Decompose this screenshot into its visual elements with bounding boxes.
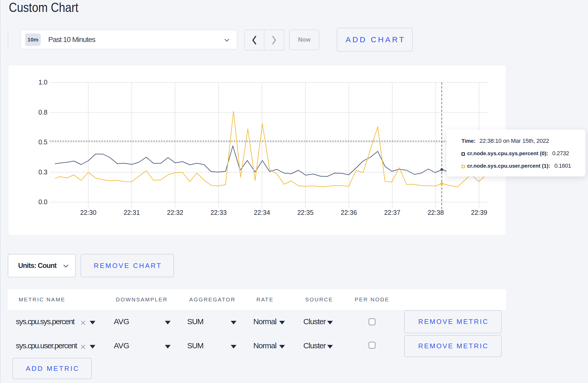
svg-text:22:36: 22:36 <box>341 209 357 216</box>
svg-text:22:30: 22:30 <box>80 209 96 216</box>
svg-text:22:32: 22:32 <box>167 209 183 216</box>
svg-text:1.0: 1.0 <box>38 79 47 86</box>
svg-text:0.8: 0.8 <box>38 109 47 116</box>
svg-text:0.0: 0.0 <box>38 198 47 205</box>
svg-text:0.3: 0.3 <box>38 168 47 176</box>
svg-text:22:33: 22:33 <box>211 209 227 216</box>
svg-text:22:38: 22:38 <box>428 209 444 216</box>
svg-text:22:34: 22:34 <box>254 209 270 216</box>
svg-text:22:35: 22:35 <box>297 209 314 216</box>
svg-text:22:37: 22:37 <box>384 209 401 216</box>
svg-text:22:31: 22:31 <box>124 209 140 216</box>
svg-text:22:39: 22:39 <box>471 209 487 216</box>
svg-text:0.5: 0.5 <box>38 138 47 146</box>
